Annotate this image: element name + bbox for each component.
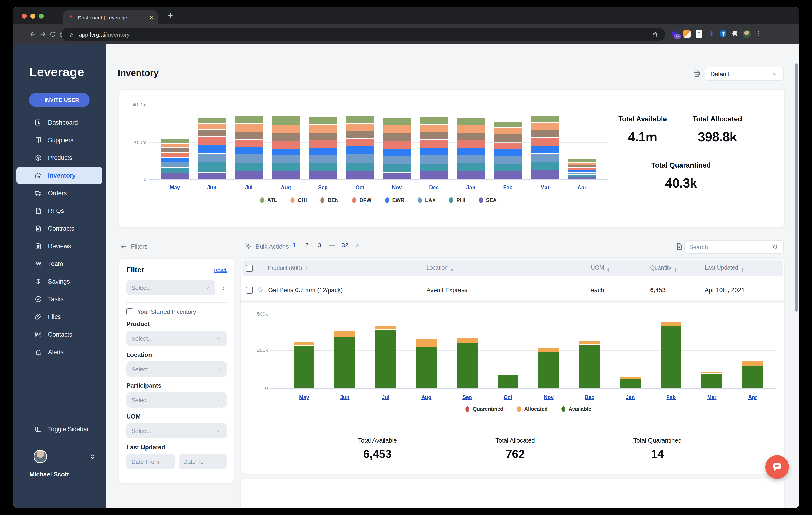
sidebar-item-reviews[interactable]: Reviews — [13, 237, 106, 255]
browser-profile-avatar[interactable] — [743, 30, 751, 38]
month-link-dec[interactable]: Dec — [429, 185, 439, 190]
sidebar-item-products[interactable]: Products — [13, 149, 106, 167]
sidebar-item-contracts[interactable]: Contracts — [13, 220, 106, 237]
sidebar-item-files[interactable]: Files — [13, 308, 106, 326]
product-filter-select[interactable]: Select... — [126, 331, 227, 346]
month-link-jan[interactable]: Jan — [626, 395, 635, 400]
page-32[interactable]: 32 — [342, 242, 348, 249]
sidebar-item-contacts[interactable]: Contacts — [13, 326, 106, 343]
extension-password-icon[interactable] — [719, 30, 727, 38]
month-link-nov[interactable]: Nov — [544, 395, 553, 400]
page-2[interactable]: 2 — [303, 242, 310, 249]
sort-icon[interactable]: ▲▼ — [674, 267, 677, 272]
uom-filter-select[interactable]: Select... — [126, 423, 227, 438]
sidebar-item-suppliers[interactable]: Suppliers — [13, 131, 106, 149]
month-link-apr[interactable]: Apr — [748, 395, 757, 400]
table-row[interactable]: Gel Pens 0.7 mm (12/pack) Averitt Expres… — [242, 281, 783, 299]
date-from-input[interactable]: Date From — [126, 454, 175, 469]
extension-mail-icon[interactable] — [683, 30, 691, 38]
month-link-jan[interactable]: Jan — [466, 185, 475, 190]
print-icon[interactable] — [692, 69, 701, 78]
bookmark-star-icon[interactable] — [651, 31, 659, 38]
sidebar-item-rfqs[interactable]: RFQs — [13, 202, 106, 220]
month-link-nov[interactable]: Nov — [392, 185, 402, 190]
row-product[interactable]: Gel Pens 0.7 mm (12/pack) — [268, 286, 343, 293]
month-link-oct[interactable]: Oct — [504, 395, 512, 400]
page-3[interactable]: 3 — [316, 242, 323, 249]
extensions-puzzle-icon[interactable] — [731, 30, 739, 38]
sort-icon[interactable]: ▲▼ — [607, 267, 610, 272]
date-to-input[interactable]: Date To — [178, 454, 227, 469]
month-link-sep[interactable]: Sep — [318, 185, 328, 190]
saved-filter-select[interactable]: Select... — [126, 280, 215, 295]
checkbox[interactable] — [126, 308, 133, 315]
month-link-apr[interactable]: Apr — [578, 185, 586, 190]
back-icon[interactable] — [29, 30, 37, 38]
view-dropdown[interactable]: Default — [705, 67, 784, 81]
close-window-button[interactable] — [22, 13, 27, 19]
address-bar[interactable]: app.lvrg.ai/inventory — [62, 28, 665, 41]
window-controls[interactable] — [22, 13, 44, 19]
month-link-may[interactable]: May — [170, 185, 180, 190]
sort-icon[interactable]: ▲▼ — [451, 267, 454, 272]
participants-filter-select[interactable]: Select... — [126, 392, 227, 407]
filters-toggle[interactable]: Filters — [120, 243, 148, 250]
column-product[interactable]: Product (800) — [268, 265, 302, 271]
month-link-jul[interactable]: Jul — [245, 185, 253, 190]
column-location[interactable]: Location — [426, 265, 448, 271]
page-•••[interactable]: ••• — [329, 242, 335, 249]
chat-bubble-button[interactable] — [765, 455, 789, 479]
extension-burst-icon[interactable]: ✳ — [707, 30, 716, 38]
browser-tab[interactable]: Dashboard | Leverage × — [63, 10, 158, 25]
minimize-window-button[interactable] — [30, 13, 35, 19]
extension-clipboard-icon[interactable]: C — [695, 30, 703, 38]
avatar[interactable] — [33, 450, 47, 463]
month-link-mar[interactable]: Mar — [540, 185, 550, 190]
month-link-oct[interactable]: Oct — [355, 185, 364, 190]
month-link-feb[interactable]: Feb — [503, 185, 513, 190]
toggle-sidebar-button[interactable]: Toggle Sidebar — [34, 425, 89, 433]
star-icon[interactable] — [257, 286, 264, 294]
sidebar-item-alerts[interactable]: Alerts — [13, 343, 106, 361]
page-prev[interactable]: < — [278, 242, 285, 249]
search-input[interactable] — [689, 243, 772, 250]
month-link-may[interactable]: May — [299, 395, 309, 400]
forward-icon[interactable] — [39, 30, 47, 38]
month-link-mar[interactable]: Mar — [707, 395, 717, 400]
sidebar-item-savings[interactable]: Savings — [13, 273, 106, 290]
reload-icon[interactable] — [49, 30, 57, 38]
row-checkbox[interactable] — [246, 286, 253, 293]
month-link-jun[interactable]: Jun — [340, 395, 350, 400]
export-file-icon[interactable] — [675, 242, 683, 250]
month-link-dec[interactable]: Dec — [585, 395, 594, 400]
sidebar-item-dashboard[interactable]: Dashboard — [13, 114, 106, 131]
sidebar-item-inventory[interactable]: Inventory — [16, 167, 103, 184]
page-next[interactable]: > — [354, 242, 361, 249]
new-tab-button[interactable] — [165, 10, 176, 21]
sidebar-item-tasks[interactable]: Tasks — [13, 290, 106, 308]
search-box[interactable] — [684, 240, 784, 254]
column-last-updated[interactable]: Last Updated — [705, 265, 738, 271]
browser-menu-icon[interactable] — [755, 30, 762, 37]
filter-kebab-icon[interactable] — [220, 284, 227, 291]
month-link-jun[interactable]: Jun — [207, 185, 216, 190]
month-link-sep[interactable]: Sep — [462, 395, 472, 400]
sort-icon[interactable]: ▲▼ — [305, 266, 308, 270]
month-link-aug[interactable]: Aug — [281, 185, 291, 190]
sidebar-item-orders[interactable]: Orders — [13, 184, 106, 202]
user-menu-chevron-icon[interactable] — [89, 453, 96, 460]
column-quantity[interactable]: Quantity — [650, 265, 671, 271]
maximize-window-button[interactable] — [39, 13, 44, 19]
location-filter-select[interactable]: Select... — [126, 361, 227, 377]
filter-reset-link[interactable]: reset — [214, 267, 227, 273]
month-link-jul[interactable]: Jul — [382, 395, 389, 400]
tab-close-icon[interactable]: × — [150, 14, 153, 20]
month-link-aug[interactable]: Aug — [422, 395, 432, 400]
sort-icon[interactable]: ▲▼ — [741, 267, 744, 272]
column-uom[interactable]: UOM — [591, 265, 604, 271]
extension-diamond-icon[interactable]: 17 — [671, 30, 679, 38]
starred-inventory-checkbox-row[interactable]: Your Starred Inventory — [126, 308, 227, 315]
sidebar-item-team[interactable]: Team — [13, 255, 106, 273]
month-link-feb[interactable]: Feb — [667, 395, 676, 400]
scrollbar-thumb[interactable] — [795, 63, 798, 312]
